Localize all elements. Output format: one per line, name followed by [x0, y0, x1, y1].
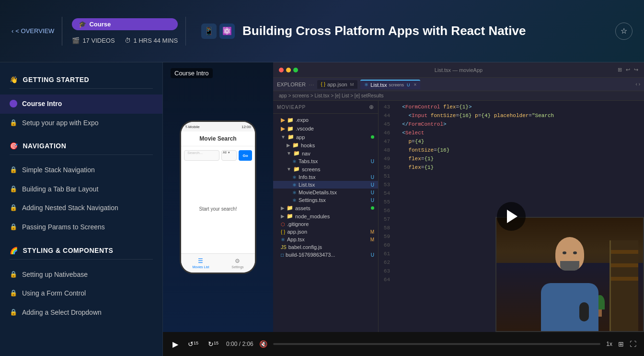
tree-item-gitignore[interactable]: ⬡ .gitignore — [273, 220, 378, 228]
line-code-47: p={4} — [396, 137, 424, 146]
sidebar-item-label-passing-params: Passing Params to Screens — [22, 223, 105, 232]
tree-item-app-tsx[interactable]: ⚛ App.tsx M — [273, 236, 378, 243]
phone-section: Course Intro T-Mobile 12:00 Movie Search… — [163, 62, 273, 332]
phone-go-label: Go — [242, 154, 248, 158]
tree-label-screens: screens — [302, 166, 321, 172]
sidebar-item-form-control[interactable]: 🔒 Using a Form Control — [0, 284, 162, 303]
forward-button[interactable]: ↻ 15 — [206, 338, 220, 350]
badge-m-app-tsx: M — [370, 237, 374, 242]
tab-nav-icons: ‹ › — [636, 82, 640, 87]
tree-item-settings[interactable]: ⚛ Settings.tsx U — [273, 196, 378, 204]
play-button-overlay[interactable] — [497, 202, 526, 231]
redo-icon[interactable]: ↪ — [634, 67, 638, 73]
tree-item-tabs[interactable]: ⚛ Tabs.tsx U — [273, 157, 378, 165]
video-area: Course Intro T-Mobile 12:00 Movie Search… — [163, 62, 644, 356]
tree-item-expo[interactable]: ▶ 📁 .expo — [273, 116, 378, 124]
tree-label-list: List.tsx — [299, 182, 315, 188]
line-code-48: fontSize={16} — [396, 146, 449, 154]
sidebar-item-course-intro[interactable]: Course Intro — [0, 95, 162, 114]
folder-color-hooks: 📁 — [292, 142, 299, 148]
layout-button[interactable]: ⊞ — [618, 340, 624, 348]
duration-meta: ⏱ 1 HRS 44 MINS — [125, 37, 178, 44]
play-pause-button[interactable]: ▶ — [171, 338, 180, 351]
sidebar-item-label-nativebase: Setting up Nativebase — [22, 270, 88, 280]
line-num-43: 43 — [379, 103, 396, 111]
movies-tab-label: Movies List — [192, 265, 209, 269]
code-line-50: 50 flex={1} — [379, 163, 644, 172]
section-styling: 🌈 STYLING & COMPONENTS — [0, 243, 162, 259]
webcam-person — [496, 218, 643, 331]
sidebar-item-nested-stack[interactable]: 🔒 Adding Nested Stack Navigation — [0, 199, 162, 218]
sidebar-item-select-dropdown[interactable]: 🔒 Adding a Select Dropdown — [0, 303, 162, 322]
phone-search-btn[interactable]: Go — [239, 150, 252, 161]
sidebar-item-nativebase[interactable]: 🔒 Setting up Nativebase — [0, 265, 162, 285]
explorer-header: MOVIEAPP ⊕ — [273, 101, 378, 114]
screens-label: screens — [389, 83, 404, 87]
video-controls: ▶ ↺ 15 ↻ 15 0:00 / 2:06 🔇 1x ⊞ — [163, 332, 644, 356]
phone-tab-movies[interactable]: ☰ Movies List — [192, 258, 209, 269]
speed-button[interactable]: 1x — [606, 341, 612, 347]
tree-item-info[interactable]: ⚛ Info.tsx U — [273, 173, 378, 181]
forward-icon: ↻ — [208, 340, 214, 348]
duration-icon: ⏱ — [125, 37, 131, 44]
undo-icon[interactable]: ↩ — [626, 67, 630, 73]
editor-actions: ⊞ ↩ ↪ — [618, 67, 638, 73]
eye-right — [573, 251, 577, 254]
line-num-48: 48 — [379, 146, 396, 154]
section-icon-navigation: 🎯 — [10, 142, 18, 150]
chevron-down-icon: ▼ — [228, 151, 230, 154]
code-line-53: 53 — [379, 180, 644, 189]
close-tab-icon[interactable]: × — [414, 82, 416, 87]
minimize-dot — [286, 68, 291, 72]
line-num-63: 63 — [379, 267, 396, 275]
speed-label: 1x — [606, 341, 612, 347]
tree-item-vscode[interactable]: ▶ 📁 .vscode — [273, 124, 378, 133]
tsx-file-icon: ⚛ — [364, 82, 368, 87]
line-num-49: 49 — [379, 154, 396, 163]
tree-item-assets[interactable]: ▶ 📁 assets — [273, 204, 378, 212]
line-code-44: <Input fontSize={16} p={4} placeholder="… — [396, 111, 554, 120]
back-button[interactable]: ‹ < OVERVIEW — [12, 27, 54, 35]
sidebar-item-tab-bar[interactable]: 🔒 Building a Tab Bar Layout — [0, 180, 162, 199]
sidebar-item-simple-stack[interactable]: 🔒 Simple Stack Navigation — [0, 161, 162, 180]
tree-item-movie-details[interactable]: ⚛ MovieDetails.tsx U — [273, 189, 378, 196]
list-tsx-tab[interactable]: ⚛ List.tsx screens U × — [360, 80, 420, 89]
phone-select-label: All — [223, 151, 227, 154]
app-json-modified: M — [350, 82, 354, 87]
tree-item-app[interactable]: ▼ 📁 app — [273, 133, 378, 141]
line-num-55: 55 — [379, 198, 396, 206]
line-num-56: 56 — [379, 206, 396, 215]
app-json-tab[interactable]: { } app.json M — [317, 80, 358, 89]
phone-search-input[interactable]: Search... — [184, 150, 219, 161]
code-area: List.tsx — movieApp ⊞ ↩ ↪ EXPLORER ··· {… — [273, 62, 644, 332]
tree-item-app-json[interactable]: { } app.json M — [273, 228, 378, 236]
shelf-1 — [611, 250, 638, 254]
line-code-49: flex={1} — [396, 154, 434, 163]
tree-item-nav[interactable]: ▼ 📁 nav — [273, 149, 378, 157]
tree-item-node-modules[interactable]: ▶ 📁 node_modules — [273, 212, 378, 220]
line-num-62: 62 — [379, 258, 396, 267]
tree-item-list[interactable]: ⚛ List.tsx U — [273, 181, 378, 189]
phone-select[interactable]: All ▼ — [221, 150, 237, 161]
git-icon-gitignore: ⬡ — [281, 222, 285, 227]
progress-bar[interactable] — [273, 343, 601, 345]
top-header: ‹ < OVERVIEW 🎓 Course 🎬 17 VIDEOS ⏱ 1 HR… — [0, 0, 644, 62]
fullscreen-button[interactable]: ⛶ — [630, 340, 636, 348]
rewind-button[interactable]: ↺ 15 — [186, 338, 200, 350]
favorite-button[interactable]: ☆ — [615, 23, 632, 40]
section-label-navigation: NAVIGATION — [23, 142, 67, 150]
volume-button[interactable]: 🔇 — [259, 340, 267, 348]
tree-item-build[interactable]: □ build-16769863473... U — [273, 251, 378, 259]
split-icon[interactable]: ⊞ — [618, 67, 622, 73]
phone-header: Movie Search — [181, 131, 255, 146]
file-title: List.tsx — movieApp — [435, 67, 483, 73]
tree-item-screens[interactable]: ▼ 📁 screens — [273, 165, 378, 173]
line-num-61: 61 — [379, 249, 396, 258]
phone-tab-settings[interactable]: ⚙ Settings — [231, 258, 243, 269]
sidebar-item-setup-expo[interactable]: 🔒 Setup your app with Expo — [0, 114, 162, 133]
tree-item-hooks[interactable]: ▶ 📁 hooks — [273, 141, 378, 149]
tree-item-babel[interactable]: JS babel.config.js — [273, 243, 378, 251]
badge-dot-assets — [371, 206, 374, 210]
sidebar-item-passing-params[interactable]: 🔒 Passing Params to Screens — [0, 218, 162, 237]
code-panel: 43 <FormControl flex={1}> 44 <Input font… — [379, 101, 644, 332]
